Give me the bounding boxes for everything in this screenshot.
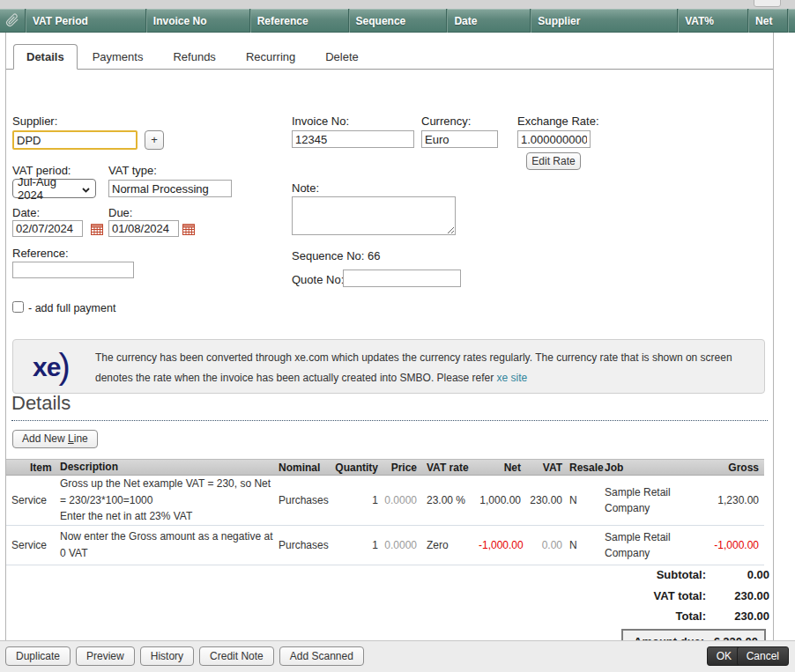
column-header-invoice-no: Invoice No: [145, 9, 249, 33]
add-supplier-button[interactable]: +: [145, 130, 164, 150]
cell-price: 0.0000: [382, 539, 417, 551]
th-description: Description: [55, 459, 273, 476]
column-header-supplier: Supplier: [530, 9, 677, 33]
tab-delete[interactable]: Delete: [310, 45, 374, 69]
subtotal-row: Subtotal: 0.00: [505, 568, 769, 581]
th-gross: Gross: [686, 462, 764, 474]
quote-no-input[interactable]: [343, 270, 461, 287]
paperclip-icon: [4, 12, 19, 30]
th-vat: VAT: [521, 462, 562, 474]
xe-logo-text: xe: [33, 352, 60, 381]
cell-job: Sample Retail Company: [599, 529, 686, 561]
grid-column-header: VAT Period Invoice No Reference Sequence…: [0, 9, 795, 33]
total-value: 230.00: [706, 609, 769, 623]
cell-quantity: 1: [333, 539, 382, 551]
attachment-column-header: [0, 9, 25, 33]
currency-notice-body: The currency has been converted through …: [95, 351, 732, 384]
cell-description: Gross up the Net example VAT = 230, so N…: [55, 476, 273, 525]
window-top-strip: [0, 0, 795, 9]
cell-price: 0.0000: [382, 494, 417, 506]
th-item: Item: [6, 462, 55, 474]
column-header-date: Date: [446, 9, 530, 33]
exchange-rate-label: Exchange Rate:: [517, 114, 599, 128]
tab-details[interactable]: Details: [13, 44, 78, 70]
tab-bar: Details Payments Refunds Recurring Delet…: [6, 45, 773, 70]
currency-notice: xe) The currency has been converted thro…: [12, 339, 765, 394]
cell-item: Service: [6, 494, 55, 506]
total-label: Total:: [676, 609, 706, 623]
credit-note-button[interactable]: Credit Note: [199, 646, 274, 666]
cell-resale: N: [562, 539, 599, 551]
invoice-entry-window: VAT Period Invoice No Reference Sequence…: [0, 0, 795, 672]
sequence-no-label: Sequence No:: [292, 249, 364, 262]
currency-label: Currency:: [421, 114, 471, 128]
vat-total-value: 230.00: [706, 589, 769, 602]
subtotal-value: 0.00: [706, 568, 769, 581]
xe-site-link[interactable]: xe site: [497, 372, 528, 384]
note-textarea[interactable]: [292, 196, 456, 235]
add-full-payment-label: - add full payment: [28, 302, 115, 314]
add-line-post: ine: [74, 432, 88, 445]
tab-refunds[interactable]: Refunds: [158, 45, 230, 69]
table-row[interactable]: Service Now enter the Gross amount as a …: [6, 526, 764, 565]
currency-input[interactable]: [421, 130, 498, 148]
cell-gross: -1,000.00: [686, 539, 764, 551]
line-items-table: Item Description Nominal Quantity Price …: [6, 459, 764, 565]
xe-logo: xe): [33, 347, 70, 387]
cell-vat-rate: Zero: [417, 539, 479, 551]
th-nominal: Nominal: [273, 462, 333, 474]
due-calendar-icon[interactable]: [182, 223, 195, 239]
th-job: Job: [599, 460, 686, 476]
cell-vat-rate: 23.00 %: [417, 494, 479, 506]
invoice-no-input[interactable]: [292, 130, 414, 148]
cancel-button[interactable]: Cancel: [737, 646, 789, 666]
column-header-sequence: Sequence: [348, 9, 447, 33]
due-label: Due:: [108, 206, 132, 219]
subtotal-label: Subtotal:: [657, 568, 706, 581]
date-calendar-icon[interactable]: [91, 223, 103, 239]
cell-nominal: Purchases: [273, 539, 333, 551]
th-quantity: Quantity: [333, 462, 382, 474]
tab-payments[interactable]: Payments: [78, 45, 159, 69]
reference-label: Reference:: [12, 247, 69, 260]
duplicate-button[interactable]: Duplicate: [5, 646, 71, 666]
vat-period-select[interactable]: Jul-Aug 2024: [12, 179, 96, 198]
vat-period-value: Jul-Aug 2024: [18, 175, 82, 202]
reference-input[interactable]: [12, 262, 134, 278]
cell-quantity: 1: [333, 494, 382, 506]
th-net: Net: [479, 462, 521, 474]
edit-rate-button[interactable]: Edit Rate: [526, 152, 581, 170]
add-line-pre: Add New: [22, 432, 68, 445]
column-header-net: Net: [747, 9, 787, 33]
column-header-reference: Reference: [249, 9, 348, 33]
date-input[interactable]: [12, 220, 83, 237]
add-full-payment-checkbox[interactable]: [12, 301, 24, 313]
sequence-no-text: Sequence No: 66: [292, 249, 381, 262]
cell-vat: 0.00: [521, 539, 562, 551]
add-scanned-button[interactable]: Add Scanned: [279, 646, 364, 666]
footer-button-bar: Duplicate Preview History Credit Note Ad…: [0, 640, 795, 672]
invoice-form: Supplier: + VAT period: VAT type: Jul-Au…: [6, 70, 775, 640]
total-row: Total: 230.00: [505, 609, 769, 623]
add-new-line-button[interactable]: Add New Line: [12, 430, 98, 448]
cell-job: Sample Retail Company: [599, 484, 686, 516]
details-section-heading: Details: [11, 392, 768, 421]
supplier-label: Supplier:: [12, 114, 57, 128]
preview-button[interactable]: Preview: [76, 646, 135, 666]
window-close-button[interactable]: [754, 0, 781, 7]
invoice-detail-panel: Details Payments Refunds Recurring Delet…: [5, 33, 774, 640]
supplier-input[interactable]: [12, 130, 137, 150]
vat-type-input[interactable]: [108, 180, 232, 197]
exchange-rate-input[interactable]: [517, 130, 591, 148]
tab-recurring[interactable]: Recurring: [231, 45, 310, 69]
due-input[interactable]: [108, 220, 179, 237]
th-vat-rate: VAT rate: [417, 462, 479, 474]
history-button[interactable]: History: [140, 646, 194, 666]
table-row[interactable]: Service Gross up the Net example VAT = 2…: [6, 476, 764, 526]
cell-net: 1,000.00: [479, 494, 521, 506]
cell-nominal: Purchases: [273, 494, 333, 506]
sequence-no-value: 66: [368, 249, 380, 262]
xe-logo-paren: ): [58, 347, 69, 386]
chevron-down-icon: [82, 182, 90, 196]
quote-no-label: Quote No:: [292, 273, 344, 286]
